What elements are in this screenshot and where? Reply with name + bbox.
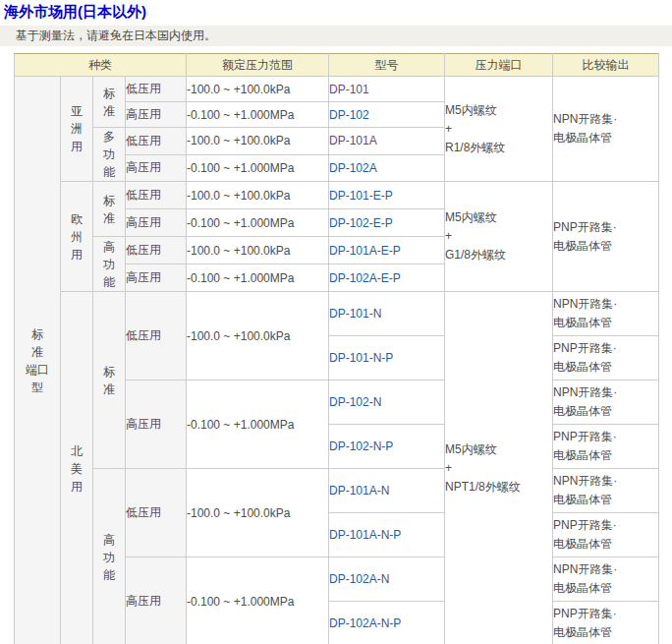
- page-title: 海外市场用(日本以外): [0, 0, 672, 24]
- cell-port-europe: M5内螺纹 + G1/8外螺纹: [445, 182, 553, 292]
- model-link-dp-102-e-p[interactable]: DP-102-E-P: [329, 216, 393, 230]
- cell-range-kpa: -100.0 ~ +100.0kPa: [187, 128, 329, 155]
- cell-range-mpa: -0.100 ~ +1.000MPa: [187, 381, 329, 469]
- cell-region-north-america: 北 美 用: [61, 292, 93, 644]
- cell-func-standard: 标 准: [93, 77, 126, 128]
- cell-func-standard: 标 准: [93, 182, 126, 237]
- model-link-dp-102[interactable]: DP-102: [329, 108, 369, 122]
- table-row: 高 功 能 低压用 -100.0 ~ +100.0kPa DP-101A-N N…: [15, 469, 659, 513]
- model-link-dp-101[interactable]: DP-101: [329, 83, 369, 96]
- model-cell: DP-102: [329, 102, 445, 128]
- cell-range-mpa: -0.100 ~ +1.000MPa: [187, 264, 329, 292]
- cell-port-asia: M5内螺纹 + R1/8外螺纹: [445, 77, 553, 182]
- model-cell: DP-101A-N: [329, 469, 445, 513]
- table-row: 北 美 用 标 准 低压用 -100.0 ~ +100.0kPa DP-101-…: [15, 292, 659, 336]
- product-spec-table: 种类 额定压力范围 型号 压力端口 比较输出 标 准 端口 型 亚 洲 用 标 …: [14, 53, 659, 644]
- col-header-pressure-range: 额定压力范围: [187, 54, 329, 77]
- cell-func-multi: 多 功 能: [93, 128, 126, 182]
- cell-high-pressure: 高压用: [126, 209, 187, 237]
- table-row: 标 准 端口 型 亚 洲 用 标 准 低压用 -100.0 ~ +100.0kP…: [15, 77, 659, 102]
- col-header-pressure-port: 压力端口: [445, 54, 553, 77]
- model-link-dp-102a[interactable]: DP-102A: [329, 161, 377, 175]
- cell-range-kpa: -100.0 ~ +100.0kPa: [187, 469, 329, 557]
- model-link-dp-101a-n-p[interactable]: DP-101A-N-P: [329, 528, 401, 542]
- model-link-dp-102-n[interactable]: DP-102-N: [329, 395, 381, 409]
- cell-func-high: 高 功 能: [93, 237, 126, 292]
- cell-range-kpa: -100.0 ~ +100.0kPa: [187, 292, 329, 381]
- model-cell: DP-102A: [329, 154, 445, 182]
- model-link-dp-102a-n[interactable]: DP-102A-N: [329, 572, 389, 586]
- cell-high-pressure: 高压用: [126, 264, 187, 292]
- col-header-kind: 种类: [15, 54, 187, 77]
- cell-low-pressure: 低压用: [126, 77, 187, 102]
- cell-output-pnp: PNP开路集· 电极晶体管: [553, 602, 659, 644]
- cell-low-pressure: 低压用: [126, 182, 187, 209]
- cell-high-pressure: 高压用: [126, 102, 187, 128]
- model-link-dp-101-n[interactable]: DP-101-N: [329, 307, 381, 321]
- model-cell: DP-102-N: [329, 381, 445, 425]
- cell-output-npn: NPN开路集· 电极晶体管: [553, 381, 659, 425]
- cell-output-npn: NPN开路集· 电极晶体管: [553, 77, 659, 182]
- header-row: 种类 额定压力范围 型号 压力端口 比较输出: [15, 54, 659, 77]
- cell-output-npn: NPN开路集· 电极晶体管: [553, 469, 659, 513]
- model-cell: DP-101A-E-P: [329, 237, 445, 264]
- model-cell: DP-101-E-P: [329, 182, 445, 209]
- model-cell: DP-102-E-P: [329, 209, 445, 237]
- cell-output-pnp: PNP开路集· 电极晶体管: [553, 425, 659, 469]
- cell-output-pnp: PNP开路集· 电极晶体管: [553, 336, 659, 381]
- model-link-dp-102a-e-p[interactable]: DP-102A-E-P: [329, 271, 401, 285]
- cell-range-mpa: -0.100 ~ +1.000MPa: [187, 557, 329, 644]
- cell-high-pressure: 高压用: [126, 557, 187, 644]
- cell-output-npn: NPN开路集· 电极晶体管: [553, 292, 659, 336]
- col-header-comparative-output: 比较输出: [553, 54, 659, 77]
- model-link-dp-101a-e-p[interactable]: DP-101A-E-P: [329, 244, 401, 258]
- cell-output-pnp: PNP开路集· 电极晶体管: [553, 513, 659, 557]
- cell-high-pressure: 高压用: [126, 381, 187, 469]
- model-cell: DP-102A-E-P: [329, 264, 445, 292]
- cell-port-north-america: M5内螺纹 + NPT1/8外螺纹: [445, 292, 553, 644]
- cell-range-kpa: -100.0 ~ +100.0kPa: [187, 77, 329, 102]
- cell-output-npn: NPN开路集· 电极晶体管: [553, 557, 659, 602]
- cell-region-europe: 欧 州 用: [61, 182, 93, 292]
- cell-high-pressure: 高压用: [126, 154, 187, 182]
- cell-low-pressure: 低压用: [126, 128, 187, 155]
- model-cell: DP-101-N-P: [329, 336, 445, 381]
- cell-range-mpa: -0.100 ~ +1.000MPa: [187, 154, 329, 182]
- model-cell: DP-102A-N-P: [329, 602, 445, 644]
- model-cell: DP-101A: [329, 128, 445, 155]
- model-link-dp-102a-n-p[interactable]: DP-102A-N-P: [329, 616, 401, 630]
- cell-output-pnp: PNP开路集· 电极晶体管: [553, 182, 659, 292]
- model-link-dp-101a-n[interactable]: DP-101A-N: [329, 484, 389, 498]
- cell-func-standard: 标 准: [93, 292, 126, 469]
- model-cell: DP-101A-N-P: [329, 513, 445, 557]
- cell-range-kpa: -100.0 ~ +100.0kPa: [187, 237, 329, 264]
- model-link-dp-101-e-p[interactable]: DP-101-E-P: [329, 189, 393, 203]
- table-row: 欧 州 用 标 准 低压用 -100.0 ~ +100.0kPa DP-101-…: [15, 182, 659, 209]
- cell-standard-port-type: 标 准 端口 型: [15, 77, 61, 644]
- model-cell: DP-102-N-P: [329, 425, 445, 469]
- model-cell: DP-102A-N: [329, 557, 445, 602]
- cell-region-asia: 亚 洲 用: [61, 77, 93, 182]
- model-link-dp-102-n-p[interactable]: DP-102-N-P: [329, 439, 393, 453]
- model-link-dp-101-n-p[interactable]: DP-101-N-P: [329, 351, 393, 365]
- model-cell: DP-101: [329, 77, 445, 102]
- cell-low-pressure: 低压用: [126, 469, 187, 557]
- cell-low-pressure: 低压用: [126, 237, 187, 264]
- cell-range-mpa: -0.100 ~ +1.000MPa: [187, 102, 329, 128]
- cell-range-mpa: -0.100 ~ +1.000MPa: [187, 209, 329, 237]
- model-link-dp-101a[interactable]: DP-101A: [329, 134, 377, 147]
- cell-range-kpa: -100.0 ~ +100.0kPa: [187, 182, 329, 209]
- usage-note: 基于测量法，请避免在日本国内使用。: [0, 26, 672, 46]
- model-cell: DP-101-N: [329, 292, 445, 336]
- cell-low-pressure: 低压用: [126, 292, 187, 381]
- col-header-model: 型号: [329, 54, 445, 77]
- cell-func-high: 高 功 能: [93, 469, 126, 644]
